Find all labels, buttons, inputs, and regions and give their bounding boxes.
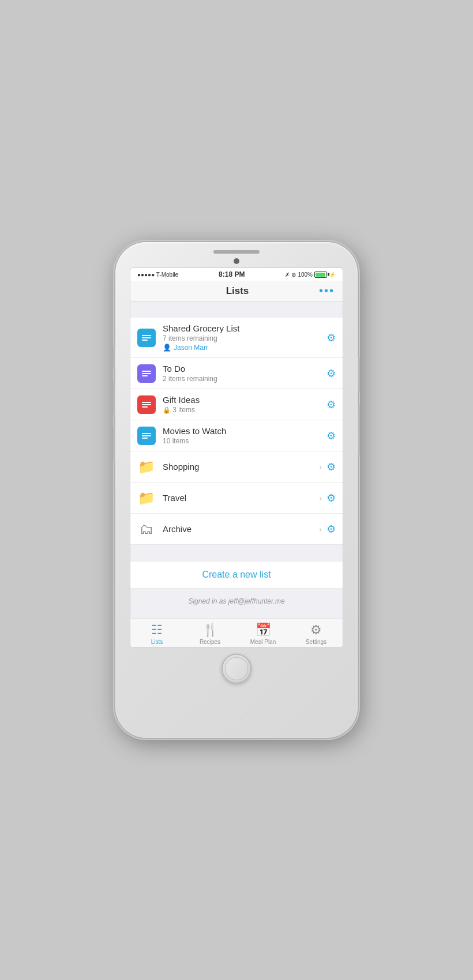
volume-right-button [358, 404, 360, 455]
navigation-bar: Lists ••• [130, 281, 343, 301]
battery-pct: 100% [298, 272, 313, 278]
list-icon-movies [137, 427, 156, 445]
tab-meal-plan-icon: 📅 [256, 623, 271, 638]
lock-icon: 🔒 [163, 406, 171, 413]
item-right-shared-grocery: ⚙ [326, 331, 336, 344]
settings-button-todo[interactable]: ⚙ [326, 367, 336, 380]
battery-fill [316, 273, 325, 277]
create-new-section: Create a new list [130, 561, 343, 589]
battery-icon [314, 272, 327, 278]
list-line [142, 435, 151, 436]
item-right-gift-ideas: ⚙ [326, 398, 336, 411]
item-subtitle-todo: 2 items remaining [163, 375, 326, 383]
create-new-list-button[interactable]: Create a new list [202, 570, 271, 580]
tab-settings-label: Settings [306, 639, 326, 645]
list-icon-lines [142, 433, 151, 439]
list-icon-gift-ideas [137, 395, 156, 414]
signed-in-section: Signed in as jeff@jeffhunter.me [130, 589, 343, 613]
tab-settings[interactable]: ⚙ Settings [299, 623, 333, 645]
tab-lists-icon: ☷ [151, 623, 163, 638]
item-subtitle-gift-ideas: 🔒 3 items [163, 406, 326, 414]
section-spacer-mid [130, 545, 343, 561]
item-right-todo: ⚙ [326, 367, 336, 380]
list-icon-todo [137, 364, 156, 383]
item-info-todo: To Do 2 items remaining [163, 364, 326, 383]
item-subtitle-shared-grocery: 7 items remaining [163, 334, 326, 342]
list-line [142, 404, 151, 405]
list-line [142, 406, 148, 408]
tab-recipes-icon: 🍴 [202, 623, 218, 638]
list-item-movies[interactable]: Movies to Watch 10 items ⚙ [130, 420, 343, 451]
settings-button-shared-grocery[interactable]: ⚙ [326, 331, 336, 344]
item-title-todo: To Do [163, 364, 326, 374]
item-title-travel: Travel [163, 493, 319, 503]
volume-down-button[interactable] [113, 427, 115, 461]
tab-lists[interactable]: ☷ Lists [140, 623, 174, 645]
item-info-archive: Archive [163, 524, 319, 534]
status-time: 8:18 PM [219, 270, 245, 278]
list-icon-lines [142, 402, 151, 408]
item-title-shared-grocery: Shared Grocery List [163, 323, 326, 333]
tab-lists-label: Lists [151, 639, 163, 645]
signed-in-text: Signed in as jeff@jeffhunter.me [188, 597, 284, 605]
item-right-movies: ⚙ [326, 429, 336, 442]
item-title-archive: Archive [163, 524, 319, 534]
charging-icon: ⚡ [329, 272, 336, 278]
list-item-shopping[interactable]: 📁 Shopping › ⚙ [130, 451, 343, 483]
item-subtitle-movies: 10 items [163, 437, 326, 445]
list-item-gift-ideas[interactable]: Gift Ideas 🔒 3 items ⚙ [130, 389, 343, 420]
tab-recipes[interactable]: 🍴 Recipes [193, 623, 227, 645]
list-line [142, 337, 151, 338]
settings-button-movies[interactable]: ⚙ [326, 429, 336, 442]
tab-meal-plan[interactable]: 📅 Meal Plan [246, 623, 280, 645]
list-item-travel[interactable]: 📁 Travel › ⚙ [130, 483, 343, 514]
tab-bar: ☷ Lists 🍴 Recipes 📅 Meal Plan ⚙ Settings [130, 619, 343, 647]
list-icon-lines [142, 371, 151, 376]
volume-up-button[interactable] [113, 380, 115, 415]
list-icon-shared-grocery [137, 329, 156, 347]
mute-button[interactable] [113, 346, 115, 369]
speaker-grille [213, 250, 260, 254]
chevron-icon-archive: › [319, 525, 322, 534]
list-item-shared-grocery[interactable]: Shared Grocery List 7 items remaining 👤 … [130, 318, 343, 358]
settings-button-shopping[interactable]: ⚙ [326, 461, 336, 473]
tab-recipes-label: Recipes [200, 639, 220, 645]
shared-by-name: Jason Marr [174, 344, 208, 352]
home-button[interactable] [222, 654, 251, 684]
list-line [142, 373, 151, 374]
list-line [142, 402, 151, 403]
phone-screen: ●●●●● T-Mobile 8:18 PM ✗ ⊛ 100% ⚡ Lists … [130, 267, 343, 648]
item-shared-info: 👤 Jason Marr [163, 344, 326, 352]
list-content: Shared Grocery List 7 items remaining 👤 … [130, 301, 343, 619]
list-line [142, 375, 148, 376]
list-line [142, 438, 148, 439]
settings-button-travel[interactable]: ⚙ [326, 492, 336, 504]
wifi-icon: ⊛ [291, 272, 296, 278]
list-icon-lines [142, 335, 151, 341]
list-item-todo[interactable]: To Do 2 items remaining ⚙ [130, 358, 343, 389]
section-spacer-top [130, 301, 343, 318]
settings-button-gift-ideas[interactable]: ⚙ [326, 398, 336, 411]
person-icon: 👤 [163, 344, 171, 352]
more-options-button[interactable]: ••• [319, 284, 335, 297]
item-right-shopping: › ⚙ [319, 461, 336, 473]
item-right-archive: › ⚙ [319, 523, 336, 536]
page-title: Lists [156, 285, 319, 297]
item-info-gift-ideas: Gift Ideas 🔒 3 items [163, 395, 326, 414]
item-right-travel: › ⚙ [319, 492, 336, 504]
item-title-movies: Movies to Watch [163, 426, 326, 436]
settings-button-archive[interactable]: ⚙ [326, 523, 336, 536]
status-bar: ●●●●● T-Mobile 8:18 PM ✗ ⊛ 100% ⚡ [130, 268, 343, 281]
list-line [142, 371, 151, 372]
item-title-shopping: Shopping [163, 462, 319, 472]
phone-top [115, 242, 358, 267]
item-title-gift-ideas: Gift Ideas [163, 395, 326, 405]
chevron-icon-shopping: › [319, 462, 322, 472]
item-info-movies: Movies to Watch 10 items [163, 426, 326, 445]
list-item-archive[interactable]: 🗂 Archive › ⚙ [130, 514, 343, 545]
tab-meal-plan-label: Meal Plan [250, 639, 276, 645]
item-info-shopping: Shopping [163, 462, 319, 472]
power-button[interactable] [358, 357, 360, 392]
carrier-signal: ●●●●● T-Mobile [137, 272, 178, 278]
bluetooth-icon: ✗ [285, 272, 290, 278]
